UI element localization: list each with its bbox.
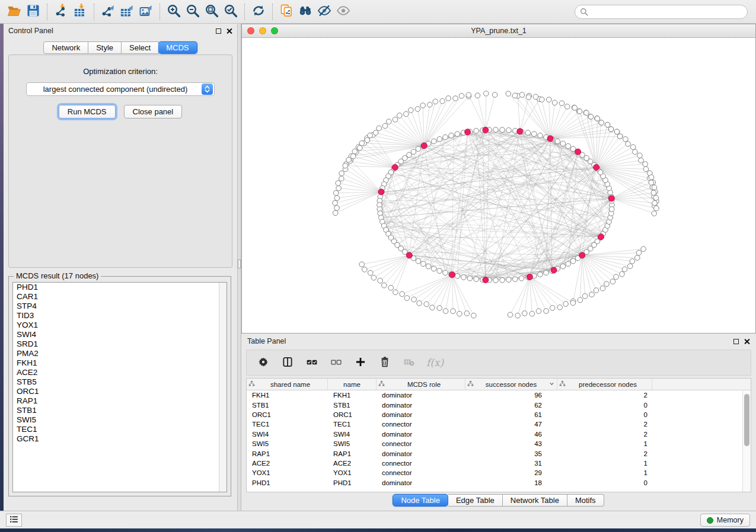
cell-successor-nodes[interactable]: 29 [465,469,557,476]
zoom-fit-button[interactable] [202,2,221,21]
run-mcds-button[interactable]: Run MCDS [59,105,116,118]
cell-predecessor-nodes[interactable]: 0 [557,479,652,486]
mcds-result-item[interactable]: YOX1 [13,321,227,330]
zoom-selected-button[interactable] [221,2,240,21]
table-scrollbar-thumb[interactable] [744,394,749,446]
cell-shared-name[interactable]: TEC1 [247,421,328,428]
table-row[interactable]: SWI5SWI5connector431 [247,439,751,448]
cell-name[interactable]: PHD1 [328,479,377,486]
search-input[interactable] [575,5,748,19]
table-row[interactable]: STB1STB1dominator620 [247,400,751,409]
deselect-all-rows-button[interactable] [329,355,343,370]
export-table-button[interactable] [117,2,136,21]
cell-predecessor-nodes[interactable]: 1 [557,460,652,467]
table-row[interactable]: PHD1PHD1dominator180 [247,478,751,488]
mcds-result-item[interactable]: FKH1 [13,358,227,368]
hide-selected-button[interactable] [315,2,334,21]
cell-name[interactable]: YOX1 [328,469,377,476]
mcds-result-item[interactable]: CAR1 [13,292,227,302]
zoom-out-button[interactable] [183,2,202,21]
tab-select[interactable]: Select [122,41,159,54]
add-column-button[interactable] [353,355,368,370]
cell-name[interactable]: ACE2 [328,460,377,467]
table-settings-button[interactable] [256,355,270,370]
cell-predecessor-nodes[interactable]: 2 [557,450,652,457]
column-header-name[interactable]: name [328,379,377,390]
cell-MCDS-role[interactable]: connector [377,460,465,467]
tab-mcds[interactable]: MCDS [158,41,197,54]
cell-successor-nodes[interactable]: 62 [465,402,557,409]
cell-predecessor-nodes[interactable]: 0 [557,411,652,418]
mcds-list-scrollbar[interactable] [219,283,227,492]
mcds-result-list[interactable]: PHD1CAR1STP4TID3YOX1SWI4SRD1PMA2FKH1ACE2… [12,282,227,492]
mcds-result-item[interactable]: GCR1 [13,434,227,444]
float-table-panel-icon[interactable] [733,339,739,344]
cell-successor-nodes[interactable]: 35 [465,450,557,457]
network-canvas[interactable] [242,38,755,333]
float-panel-icon[interactable] [216,28,221,34]
import-network-button[interactable] [52,2,71,21]
cell-shared-name[interactable]: STB1 [247,402,328,409]
splitter-grip[interactable] [238,259,241,268]
table-row[interactable]: SWI4SWI4dominator462 [247,430,751,439]
network-window-titlebar[interactable]: YPA_prune.txt_1 [242,24,755,38]
cell-successor-nodes[interactable]: 61 [465,411,557,418]
mcds-result-item[interactable]: RAP1 [13,396,227,406]
export-network-button[interactable] [98,2,117,21]
cell-predecessor-nodes[interactable]: 0 [557,402,652,409]
table-row[interactable]: RAP1RAP1dominator352 [247,448,751,458]
select-all-rows-button[interactable] [305,355,319,370]
cell-MCDS-role[interactable]: connector [377,469,465,476]
cell-name[interactable]: STB1 [328,402,377,409]
mcds-result-item[interactable]: SWI4 [13,330,227,339]
mcds-result-item[interactable]: TEC1 [13,425,227,434]
show-columns-button[interactable] [280,355,295,370]
mcds-result-item[interactable]: STB1 [13,406,227,415]
zoom-in-button[interactable] [164,2,183,21]
cell-name[interactable]: RAP1 [328,450,377,457]
cell-successor-nodes[interactable]: 18 [465,479,557,486]
cell-shared-name[interactable]: ORC1 [247,411,328,418]
cell-successor-nodes[interactable]: 46 [465,431,557,438]
column-header-successor-nodes[interactable]: successor nodes [465,379,557,390]
table-vertical-scrollbar[interactable] [742,391,751,492]
save-session-button[interactable] [24,2,43,21]
tab-edge-table[interactable]: Edge Table [448,494,503,507]
table-row[interactable]: YOX1YOX1connector291 [247,468,751,477]
table-row[interactable]: ACE2ACE2connector311 [247,459,751,468]
cell-predecessor-nodes[interactable]: 2 [557,421,652,428]
cell-name[interactable]: ORC1 [328,411,377,418]
tab-motifs[interactable]: Motifs [567,494,604,507]
cell-predecessor-nodes[interactable]: 1 [557,440,652,447]
cell-MCDS-role[interactable]: dominator [377,411,465,418]
clone-network-button[interactable] [277,2,296,21]
cell-MCDS-role[interactable]: dominator [377,450,465,457]
cell-shared-name[interactable]: FKH1 [247,392,328,399]
open-file-button[interactable] [5,2,24,21]
mcds-result-item[interactable]: STP4 [13,302,227,311]
delete-column-button[interactable] [378,355,392,370]
tab-network-table[interactable]: Network Table [503,494,567,507]
mcds-result-item[interactable]: STB5 [13,377,227,387]
cell-shared-name[interactable]: SWI4 [247,431,328,438]
cell-name[interactable]: SWI4 [328,431,377,438]
export-image-button[interactable] [136,2,155,21]
criterion-select[interactable]: largest connected component (undirected) [26,82,215,96]
cell-MCDS-role[interactable]: dominator [377,402,465,409]
mcds-result-item[interactable]: ORC1 [13,387,227,396]
table-row[interactable]: FKH1FKH1dominator962 [247,390,751,400]
cell-shared-name[interactable]: YOX1 [247,469,328,476]
cell-name[interactable]: FKH1 [328,392,377,399]
mcds-result-item[interactable]: SRD1 [13,339,227,349]
column-header-shared-name[interactable]: shared name [247,379,328,390]
show-all-button[interactable] [334,2,353,21]
cell-predecessor-nodes[interactable]: 2 [557,431,652,438]
first-neighbors-button[interactable] [296,2,315,21]
tab-network[interactable]: Network [43,41,88,54]
cell-MCDS-role[interactable]: connector [377,421,465,428]
cell-MCDS-role[interactable]: connector [377,440,465,447]
column-header-predecessor-nodes[interactable]: predecessor nodes [557,379,652,390]
memory-button[interactable]: Memory [700,514,750,527]
import-table-button[interactable] [71,2,90,21]
network-graph[interactable] [242,38,755,333]
